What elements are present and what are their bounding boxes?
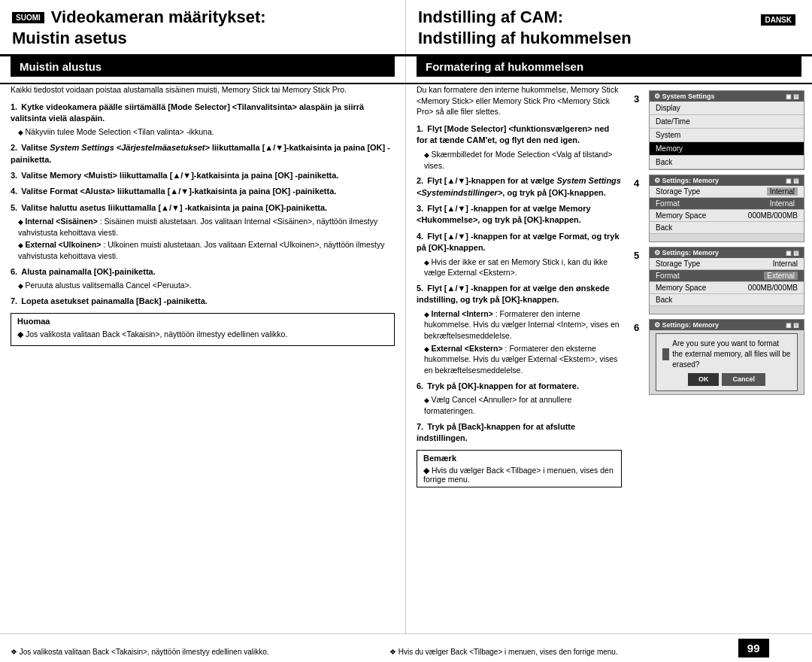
screen-3-item-memory: Memory [650,142,804,156]
screen-6: ⚙ Settings: Memory ▣ ▤ Are you sure you … [649,319,804,395]
list-item: Vælg Cancel <Annuller> for at annullere … [424,394,622,416]
screen-4-title: ⚙ Settings: Memory [654,177,719,184]
screen-5-memspace: Memory Space 000MB/000MB [650,282,804,294]
screen-4-memspace-value: 000MB/000MB [748,211,798,220]
screen-6-icons: ▣ ▤ [786,322,799,329]
screen-5-format-value: External [764,272,798,280]
screen-4-memspace-label: Memory Space [656,211,706,220]
screen-5-back-label: Back [656,296,672,304]
list-item: 6. Alusta painamalla [OK]-painiketta. Pe… [11,266,395,291]
right-steps: 1. Flyt [Mode Selector] <funktionsvælger… [417,123,622,444]
list-item: Internal <Intern> : Formaterer den inter… [424,308,622,342]
list-item: 1. Flyt [Mode Selector] <funktionsvælger… [417,123,622,171]
screen-number-4: 4 [634,178,639,189]
header: SUOMI Videokameran määritykset: Muistin … [0,0,812,56]
note-box-left: Huomaa ◆ Jos valikosta valitaan Back <Ta… [11,313,395,346]
screen-4-icons: ▣ ▤ [786,178,799,184]
list-item: 7. Lopeta asetukset painamalla [Back] -p… [11,296,395,307]
screen-6-titlebar: ⚙ Settings: Memory ▣ ▤ [650,320,804,330]
list-item: 2. Valitse System Settings <Järjestelmäa… [11,142,395,166]
header-title-main-left: Videokameran määritykset: [51,8,266,26]
screen-6-title: ⚙ Settings: Memory [654,321,719,329]
screen-4-back: Back [650,222,804,234]
section-header-right: Formatering af hukommelsen [417,56,801,77]
screen-3-titlebar: ⚙ System Settings ▣ ▤ [650,91,804,102]
right-screens: 3 ⚙ System Settings ▣ ▤ Display Date/Tim… [629,84,812,633]
list-item: 1. Kytke videokamera päälle siirtämällä … [11,102,395,138]
list-item: External <Ekstern> : Formaterer den ekst… [424,343,622,376]
screen-6-wrap: 6 ⚙ Settings: Memory ▣ ▤ Are you sure yo… [649,319,804,395]
screen-5-memspace-value: 000MB/000MB [748,284,798,292]
list-item: 5. Valitse haluttu asetus liikuttamalla … [11,202,395,262]
left-intro: Kaikki tiedostot voidaan poistaa alustam… [11,84,395,96]
screen-5: ⚙ Settings: Memory ▣ ▤ Storage Type Inte… [649,247,804,314]
screen-4: ⚙ Settings: Memory ▣ ▤ Storage Type Inte… [649,175,804,242]
list-item: Internal <Sisäinen> : Sisäinen muisti al… [18,216,395,238]
screen-5-storage: Storage Type Internal [650,258,804,270]
header-right: Indstilling af CAM: DANSK Indstilling af… [406,0,812,54]
list-item: 5. Flyt [▲/▼] -knappen for at vælge den … [417,283,622,376]
screen-number-6: 6 [634,322,639,333]
section-header-left: Muistin alustus [11,56,395,77]
footer-right: ❖ Hvis du vælger Back <Tilbage> i menuen… [374,647,738,657]
list-item: 4. Flyt [▲/▼] -knappen for at vælge Form… [417,231,622,278]
screen-4-wrap: 4 ⚙ Settings: Memory ▣ ▤ Storage Type In… [649,175,804,242]
lang-badge-suomi: SUOMI [12,12,44,23]
right-intro: Du kan formatere den interne hukommelse,… [417,84,622,117]
note-text-right: ◆ Hvis du vælger Back <Tilbage> i menuen… [423,466,615,484]
list-item: Peruuta alustus valitsemalla Cancel <Per… [18,280,395,291]
screen-5-memspace-label: Memory Space [656,284,706,292]
screen-3-item-datetime: Date/Time [650,115,804,129]
screen-5-back: Back [650,294,804,306]
left-column: Kaikki tiedostot voidaan poistaa alustam… [0,84,406,633]
screen-3-item-back: Back [650,156,804,169]
screen-3-icons: ▣ ▤ [786,93,799,100]
header-title-main-right: Indstilling af CAM: [418,8,563,27]
screen-6-dialog-icon [662,348,669,360]
list-item: External <Ulkoinen> : Ulkoinen muisti al… [18,239,395,261]
screen-5-icons: ▣ ▤ [786,250,799,257]
screen-4-titlebar: ⚙ Settings: Memory ▣ ▤ [650,175,804,186]
screen-4-format: Format Internal [650,198,804,210]
screen-5-titlebar: ⚙ Settings: Memory ▣ ▤ [650,247,804,258]
screen-3-wrap: 3 ⚙ System Settings ▣ ▤ Display Date/Tim… [649,90,804,170]
screen-5-format: Format External [650,270,804,282]
screen-3-item-system: System [650,129,804,142]
note-title-left: Huomaa [17,317,388,326]
screen-number-3: 3 [634,93,639,105]
screen-4-format-value: Internal [767,199,798,208]
screen-6-dialog: Are you sure you want to format the exte… [656,333,798,391]
main-content: Kaikki tiedostot voidaan poistaa alustam… [0,84,812,633]
list-item: 3. Valitse Memory <Muisti> liikuttamalla… [11,170,395,181]
screen-5-format-label: Format [656,272,680,280]
screen-6-cancel-button[interactable]: Cancel [722,373,765,386]
screen-3: ⚙ System Settings ▣ ▤ Display Date/Time … [649,90,804,170]
screen-4-storage-label: Storage Type [656,187,700,196]
screen-4-storage-value: Internal [767,187,798,196]
note-box-right: Bemærk ◆ Hvis du vælger Back <Tilbage> i… [417,450,622,487]
screen-5-storage-value: Internal [773,260,798,268]
screen-5-title: ⚙ Settings: Memory [654,249,719,257]
screen-4-memspace: Memory Space 000MB/000MB [650,210,804,222]
list-item: Hvis der ikke er sat en Memory Stick i, … [424,257,622,278]
lang-badge-dansk: DANSK [761,14,795,26]
screen-number-5: 5 [634,250,639,261]
footer-left: ❖ Jos valikosta valitaan Back <Takaisin>… [11,647,374,657]
page-number: 99 [738,639,769,657]
header-left: SUOMI Videokameran määritykset: Muistin … [0,0,406,54]
header-title-sub-left: Muistin asetus [12,29,393,48]
header-title-sub-right: Indstilling af hukommelsen [418,29,800,48]
list-item: 6. Tryk på [OK]-knappen for at formatere… [417,381,622,417]
screen-5-wrap: 5 ⚙ Settings: Memory ▣ ▤ Storage Type In… [649,247,804,314]
screen-6-dialog-text: Are you sure you want to format the exte… [672,339,791,370]
list-item: Skærmbilledet for Mode Selection <Valg a… [424,149,622,171]
left-steps: 1. Kytke videokamera päälle siirtämällä … [11,102,395,308]
note-text-left: ◆ Jos valikosta valitaan Back <Takaisin>… [17,329,388,340]
right-text: Du kan formatere den interne hukommelse,… [406,84,629,633]
screen-3-title: ⚙ System Settings [654,93,715,100]
list-item: 7. Tryk på [Back]-knappen for at afslutt… [417,421,622,445]
screen-4-format-label: Format [656,199,680,208]
screen-6-ok-button[interactable]: OK [688,373,720,386]
page: SUOMI Videokameran määritykset: Muistin … [0,0,812,662]
screen-6-buttons: OK Cancel [662,373,791,386]
